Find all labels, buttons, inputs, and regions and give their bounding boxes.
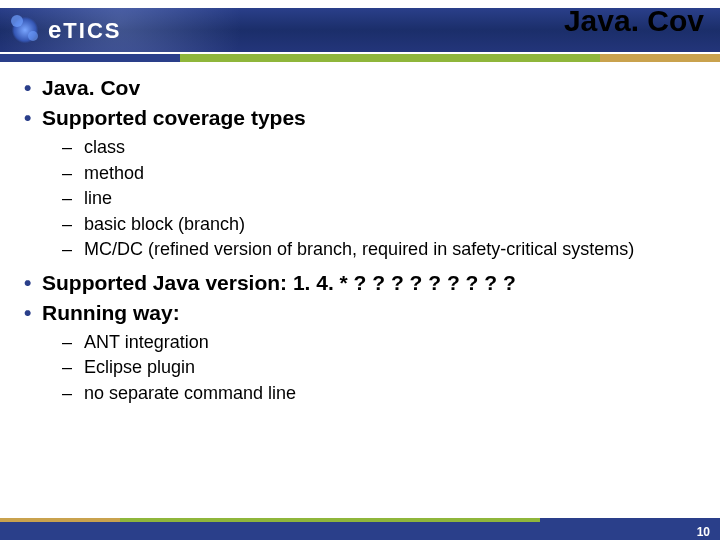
page-number: 10 [697, 525, 710, 539]
slide-header: eTICS Java. Cov [0, 0, 720, 62]
subbullet-item: Eclipse plugin [62, 356, 700, 379]
bullet-text: Supported Java version: 1. 4. * ? ? ? ? … [42, 271, 516, 294]
subbullet-text: basic block (branch) [84, 214, 245, 234]
subbullet-text: Eclipse plugin [84, 357, 195, 377]
logo-icon [8, 13, 42, 47]
slide-footer: 10 [0, 518, 720, 540]
subbullet-item: ANT integration [62, 331, 700, 354]
subbullet-text: line [84, 188, 112, 208]
bullet-text: Supported coverage types [42, 106, 306, 129]
subbullet-item: MC/DC (refined version of branch, requir… [62, 238, 700, 261]
subbullet-text: no separate command line [84, 383, 296, 403]
bullet-text: Java. Cov [42, 76, 140, 99]
footer-bar [0, 522, 720, 540]
slide: eTICS Java. Cov Java. Cov Supported cove… [0, 0, 720, 540]
subbullet-text: MC/DC (refined version of branch, requir… [84, 239, 634, 259]
bullet-list-level1: Supported Java version: 1. 4. * ? ? ? ? … [20, 271, 700, 325]
logo-text: eTICS [48, 16, 121, 44]
brand-logo: eTICS [8, 10, 121, 50]
subbullet-text: class [84, 137, 125, 157]
bullet-list-level1: Java. Cov Supported coverage types [20, 76, 700, 130]
bullet-list-level2: class method line basic block (branch) M… [20, 136, 700, 261]
header-divider [0, 54, 720, 62]
slide-body: Java. Cov Supported coverage types class… [20, 72, 700, 414]
subbullet-text: method [84, 163, 144, 183]
bullet-text: Running way: [42, 301, 180, 324]
subbullet-item: line [62, 187, 700, 210]
bullet-list-level2: ANT integration Eclipse plugin no separa… [20, 331, 700, 405]
subbullet-item: no separate command line [62, 382, 700, 405]
subbullet-item: class [62, 136, 700, 159]
bullet-item: Running way: [20, 301, 700, 325]
subbullet-text: ANT integration [84, 332, 209, 352]
bullet-item: Supported coverage types [20, 106, 700, 130]
slide-title: Java. Cov [564, 4, 704, 38]
bullet-item: Supported Java version: 1. 4. * ? ? ? ? … [20, 271, 700, 295]
subbullet-item: method [62, 162, 700, 185]
subbullet-item: basic block (branch) [62, 213, 700, 236]
bullet-item: Java. Cov [20, 76, 700, 100]
